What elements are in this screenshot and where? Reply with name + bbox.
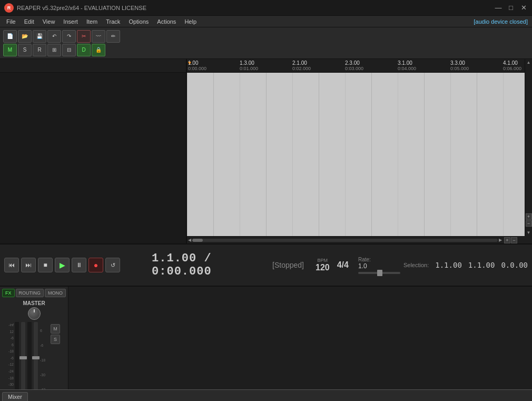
master-label: MASTER	[2, 300, 66, 306]
close-button[interactable]: ✕	[519, 4, 528, 12]
timeline-ruler: ▼ 1.00 0:00.000 1.3.00 0:01.000 2.1.00 0…	[187, 59, 532, 73]
menu-options[interactable]: Options	[124, 17, 153, 26]
menu-view[interactable]: View	[38, 17, 60, 26]
zoom-in-v[interactable]: +	[526, 213, 532, 220]
menu-track[interactable]: Track	[102, 17, 124, 26]
grid-line-5	[292, 73, 293, 236]
toolbar-new-btn[interactable]: 📄	[3, 30, 17, 43]
play-button[interactable]: ▶	[55, 258, 70, 272]
selection-label: Selection:	[403, 262, 429, 268]
toolbar-save-btn[interactable]: 💾	[33, 30, 46, 43]
master-solo-button[interactable]: S	[51, 335, 60, 344]
h-scroll-thumb[interactable]	[192, 239, 203, 242]
fx-button[interactable]: FX	[2, 289, 15, 297]
toolbar-undo-btn[interactable]: ↶	[47, 30, 61, 43]
toolbar-cut-btn[interactable]: ✂	[77, 30, 91, 43]
scroll-down-arrow[interactable]: ▼	[527, 230, 531, 235]
toolbar-s-btn[interactable]: S	[18, 44, 32, 56]
sel-length: 0.0.00	[501, 261, 528, 269]
h-scroll-track[interactable]	[192, 239, 498, 242]
bpm-value[interactable]: 120	[316, 263, 330, 272]
menu-edit[interactable]: Edit	[20, 17, 38, 26]
scrollbar-corner	[525, 236, 532, 243]
zoom-in-h[interactable]: +	[504, 237, 510, 243]
rate-value: 1.0	[358, 262, 367, 270]
toolbar-lock-btn[interactable]: 🔒	[92, 44, 105, 56]
app-logo: R	[4, 3, 14, 13]
arrange-view[interactable]: ▼ 1.00 0:00.000 1.3.00 0:01.000 2.1.00 0…	[187, 59, 532, 243]
sel-start: 1.1.00	[435, 261, 462, 269]
minimize-button[interactable]: —	[494, 4, 503, 12]
position-display: 1.1.00 / 0:00.000	[152, 252, 265, 278]
toolbar-r-btn[interactable]: R	[33, 44, 46, 56]
window-controls: — □ ✕	[494, 4, 528, 12]
scroll-up-arrow[interactable]: ▲	[527, 60, 531, 65]
grid-line-13	[503, 73, 504, 236]
ruler-mark-1: 1.00 0:00.000	[188, 60, 206, 71]
ruler-mark-7: 4.1.00 0:06.000	[503, 60, 521, 71]
timesig-value[interactable]: 4/4	[337, 260, 349, 270]
master-mute-button[interactable]: M	[51, 324, 60, 334]
sel-end: 1.1.00	[468, 261, 495, 269]
routing-button[interactable]: ROUTING	[16, 289, 44, 297]
timesig-section: 4/4	[337, 260, 349, 270]
grid-line-8	[371, 73, 372, 236]
scroll-right-arrow[interactable]: ▶	[499, 238, 502, 242]
grid-line-7	[345, 73, 346, 236]
mixer-tab[interactable]: Mixer	[2, 392, 28, 401]
loop-button[interactable]: ↺	[105, 258, 120, 272]
ruler-mark-3: 2.1.00 0:02.000	[292, 60, 311, 71]
master-knob[interactable]	[28, 307, 41, 320]
grid-line-12	[477, 73, 477, 236]
fader-thumb-left	[19, 356, 27, 359]
toolbar-grid-btn[interactable]: ⊞	[47, 44, 61, 56]
maximize-button[interactable]: □	[507, 4, 515, 12]
status-display: [Stopped]	[272, 261, 304, 269]
menu-actions[interactable]: Actions	[153, 17, 180, 26]
grid-line-11	[450, 73, 451, 236]
mono-button[interactable]: MONO	[45, 289, 66, 297]
track-panel-header	[0, 59, 186, 73]
grid-line-10	[424, 73, 425, 236]
toolbar-row-1b: M S R ⊞ ⊟ D 🔒	[3, 44, 120, 56]
skip-back-button[interactable]: ⏮	[4, 258, 19, 272]
skip-forward-button[interactable]: ⏭	[21, 258, 36, 272]
menu-item[interactable]: Item	[82, 17, 102, 26]
fader-thumb-right	[32, 356, 40, 359]
toolbar-pencil-btn[interactable]: ✏	[106, 30, 120, 43]
zoom-out-h[interactable]: −	[511, 237, 517, 243]
bottom-area: FX ROUTING MONO MASTER -inf12-66-18-6-12…	[0, 286, 532, 401]
toolbar-d-btn[interactable]: D	[77, 44, 91, 56]
toolbar-wave-btn[interactable]: 〰	[92, 30, 105, 43]
pause-button[interactable]: ⏸	[72, 258, 86, 272]
toolbar-row-1: 📄 📂 💾 ↶ ↷ ✂ 〰 ✏ M S R ⊞ ⊟ D 🔒	[3, 30, 120, 56]
toolbar-redo-btn[interactable]: ↷	[62, 30, 76, 43]
menu-file[interactable]: File	[2, 17, 20, 26]
zoom-out-v[interactable]: −	[526, 220, 532, 227]
mixer-controls-top: FX ROUTING MONO	[2, 289, 66, 297]
menu-help[interactable]: Help	[180, 17, 201, 26]
grid-line-2	[213, 73, 214, 236]
horizontal-scrollbar[interactable]: ◀ ▶ + −	[187, 236, 525, 243]
scroll-left-arrow[interactable]: ◀	[188, 238, 191, 242]
vertical-scrollbar[interactable]: ▲ + − ▼	[525, 59, 532, 236]
arrange-grid[interactable]	[187, 73, 525, 236]
rate-section: Rate: 1.0	[358, 257, 400, 274]
menu-bar: File Edit View Insert Item Track Options…	[0, 16, 532, 27]
main-layout: ▼ 1.00 0:00.000 1.3.00 0:01.000 2.1.00 0…	[0, 59, 532, 243]
toolbar-open-btn[interactable]: 📂	[18, 30, 32, 43]
toolbar-env-btn[interactable]: ⊟	[62, 44, 76, 56]
toolbar-m-btn[interactable]: M	[3, 44, 17, 56]
title-bar: R REAPER v5.32pre2/x64 - EVALUATION LICE…	[0, 0, 532, 16]
mixer-empty-area	[68, 287, 532, 401]
rate-label: Rate:	[358, 257, 371, 262]
mixer-panel: FX ROUTING MONO MASTER -inf12-66-18-6-12…	[0, 287, 68, 401]
stop-button[interactable]: ■	[38, 258, 53, 272]
rate-slider[interactable]	[358, 272, 400, 274]
grid-line-3	[240, 73, 240, 236]
menu-insert[interactable]: Insert	[59, 17, 82, 26]
record-button[interactable]: ●	[88, 258, 103, 272]
audio-status: [audio device closed]	[474, 16, 528, 27]
ruler-mark-6: 3.3.00 0:05.000	[450, 60, 469, 71]
grid-line-9	[398, 73, 398, 236]
